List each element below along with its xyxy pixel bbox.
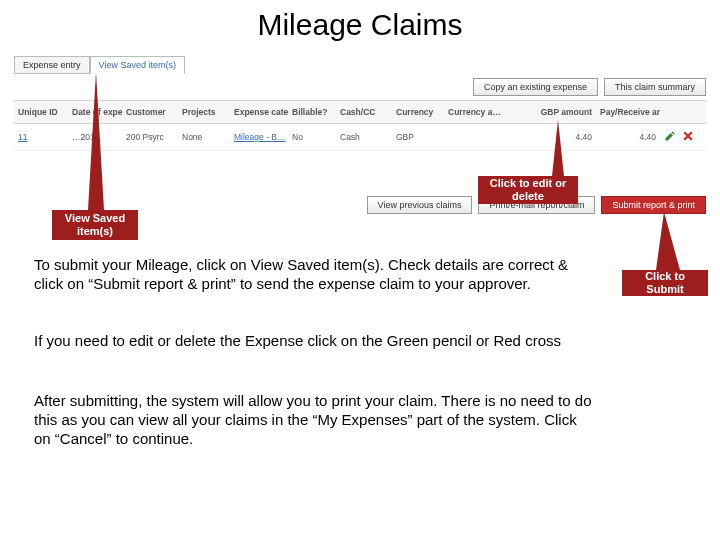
top-button-row: Copy an existing expense This claim summ… [473,78,706,96]
cell-actions [660,124,706,150]
col-currency-amount: Currency a… [444,101,524,123]
col-pay-receive: Pay/Receive amount [596,101,660,123]
callout-pointer-icon [88,72,104,210]
expense-grid: Unique ID Date of expense Customer Proje… [14,100,706,151]
copy-expense-button[interactable]: Copy an existing expense [473,78,598,96]
callout-pointer-icon [656,212,680,270]
col-actions [660,101,706,123]
cell-cash: Cash [336,126,392,148]
grid-header-row: Unique ID Date of expense Customer Proje… [14,101,706,124]
callout-edit-delete: Click to edit or delete [478,176,578,204]
submit-report-print-button[interactable]: Submit report & print [601,196,706,214]
col-unique-id: Unique ID [14,101,68,123]
instruction-para-3: After submitting, the system will allow … [34,392,594,448]
cell-customer: 200 Psyrc [122,126,178,148]
cross-delete-icon[interactable] [682,130,694,144]
tab-expense-entry[interactable]: Expense entry [14,56,90,74]
cell-pay: 4.40 [596,126,660,148]
callout-click-submit: Click to Submit [622,270,708,296]
callout-text: View Saved item(s) [56,212,134,237]
table-row: 11 …2014 200 Psyrc None Mileage - B… No … [14,124,706,151]
col-billable: Billable? [288,101,336,123]
claim-summary-button[interactable]: This claim summary [604,78,706,96]
col-currency: Currency [392,101,444,123]
tab-strip: Expense entry View Saved item(s) [14,56,706,74]
cell-projects: None [178,126,230,148]
col-projects: Projects [178,101,230,123]
cell-billable: No [288,126,336,148]
col-cash-cc: Cash/CC [336,101,392,123]
instruction-para-2: If you need to edit or delete the Expens… [34,332,594,351]
cell-currency-amount [444,131,524,143]
pencil-edit-icon[interactable] [664,130,676,144]
instruction-para-1: To submit your Mileage, click on View Sa… [34,256,594,294]
cell-category[interactable]: Mileage - B… [230,126,288,148]
view-previous-claims-button[interactable]: View previous claims [367,196,473,214]
callout-text: Click to edit or delete [482,177,574,202]
col-customer: Customer [122,101,178,123]
callout-pointer-icon [552,120,564,176]
col-category: Expense category [230,101,288,123]
page-title: Mileage Claims [0,8,720,42]
callout-view-saved: View Saved item(s) [52,210,138,240]
app-screenshot: Expense entry View Saved item(s) Copy an… [14,56,706,224]
callout-text: Click to Submit [626,270,704,295]
cell-unique-id[interactable]: 11 [14,126,68,148]
cell-currency: GBP [392,126,444,148]
